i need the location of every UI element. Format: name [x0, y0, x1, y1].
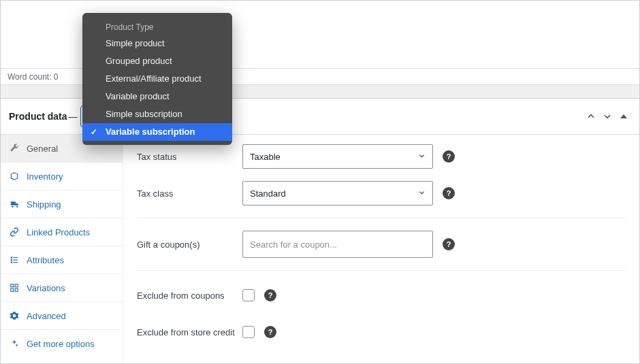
option-label: Simple subscription [106, 109, 182, 119]
panel-dash: — [69, 112, 78, 122]
chevron-down-icon [418, 189, 426, 198]
tax-class-select[interactable]: Standard [242, 181, 433, 205]
tab-label: Attributes [27, 255, 64, 265]
product-type-option[interactable]: ✓Variable subscription [82, 123, 232, 141]
truck-icon [9, 199, 20, 210]
tab-shipping[interactable]: Shipping [1, 191, 123, 218]
spark-icon [9, 338, 20, 349]
product-data-tabs: General Inventory Shipping Linked Produc… [1, 135, 123, 363]
gift-coupon-input[interactable] [242, 231, 433, 258]
panel-move-up-button[interactable] [583, 109, 598, 124]
chevron-down-icon [603, 112, 612, 121]
option-label: Grouped product [106, 56, 172, 66]
chevron-down-icon [418, 152, 426, 161]
help-icon[interactable]: ? [264, 289, 276, 301]
tab-get-more-options[interactable]: Get more options [1, 330, 123, 357]
tab-advanced[interactable]: Advanced [1, 302, 123, 330]
tab-label: Shipping [27, 199, 61, 210]
option-label: Variable product [106, 91, 170, 101]
product-type-option[interactable]: Simple product [82, 35, 232, 52]
svg-rect-8 [15, 284, 18, 287]
wrench-icon [9, 143, 20, 154]
help-icon[interactable]: ? [443, 238, 455, 250]
inventory-icon [9, 171, 20, 182]
general-panel-content: Tax status Taxable ? Tax class Standard [123, 135, 639, 363]
tab-label: Linked Products [27, 227, 90, 237]
svg-rect-2 [13, 257, 18, 258]
tab-attributes[interactable]: Attributes [1, 246, 123, 274]
list-icon [9, 254, 20, 265]
tax-class-value: Standard [250, 188, 286, 199]
svg-rect-10 [15, 288, 18, 291]
svg-rect-6 [13, 262, 18, 263]
tab-label: Advanced [27, 311, 66, 321]
tax-status-value: Taxable [250, 152, 281, 162]
tax-status-select[interactable]: Taxable [242, 144, 433, 169]
product-type-option[interactable]: Variable product [82, 88, 232, 105]
help-icon[interactable]: ? [264, 326, 276, 338]
svg-rect-3 [11, 259, 12, 261]
svg-rect-9 [11, 288, 14, 291]
exclude-coupons-label: Exclude from coupons [137, 291, 242, 301]
exclude-store-credit-label: Exclude from store credit [137, 327, 242, 337]
exclude-coupons-checkbox[interactable] [242, 289, 255, 301]
tab-inventory[interactable]: Inventory [1, 163, 123, 191]
word-count-label: Word count: 0 [7, 72, 58, 82]
tab-linked-products[interactable]: Linked Products [1, 218, 123, 246]
dropdown-group-label: Product Type [82, 18, 232, 35]
help-icon[interactable]: ? [443, 187, 455, 199]
exclude-store-credit-checkbox[interactable] [242, 326, 255, 338]
svg-marker-0 [620, 114, 627, 118]
link-icon [9, 227, 20, 237]
help-icon[interactable]: ? [443, 150, 455, 163]
tab-label: General [27, 144, 58, 154]
gift-coupon-label: Gift a coupon(s) [137, 239, 242, 250]
option-label: Variable subscription [106, 127, 195, 137]
tab-label: Get more options [27, 339, 95, 349]
grid-icon [9, 282, 20, 293]
svg-rect-1 [11, 257, 12, 258]
tab-label: Inventory [27, 171, 63, 182]
tax-class-label: Tax class [137, 188, 242, 199]
check-icon: ✓ [91, 126, 97, 138]
panel-move-down-button[interactable] [600, 109, 615, 124]
svg-rect-7 [11, 284, 14, 287]
tab-variations[interactable]: Variations [1, 274, 123, 302]
gear-icon [9, 310, 20, 321]
product-type-option[interactable]: Grouped product [82, 52, 232, 70]
svg-rect-4 [13, 259, 18, 260]
product-type-option[interactable]: External/Affiliate product [82, 70, 232, 88]
svg-rect-5 [11, 261, 12, 263]
panel-collapse-button[interactable] [616, 109, 631, 124]
option-label: Simple product [106, 38, 165, 48]
option-label: External/Affiliate product [106, 73, 202, 84]
product-type-option[interactable]: Simple subscription [82, 105, 232, 123]
product-type-dropdown: Product Type Simple productGrouped produ… [82, 13, 232, 145]
tax-status-label: Tax status [137, 152, 242, 162]
caret-up-icon [620, 112, 628, 120]
panel-title: Product data [9, 111, 67, 122]
chevron-up-icon [586, 112, 596, 121]
tab-label: Variations [27, 283, 65, 293]
